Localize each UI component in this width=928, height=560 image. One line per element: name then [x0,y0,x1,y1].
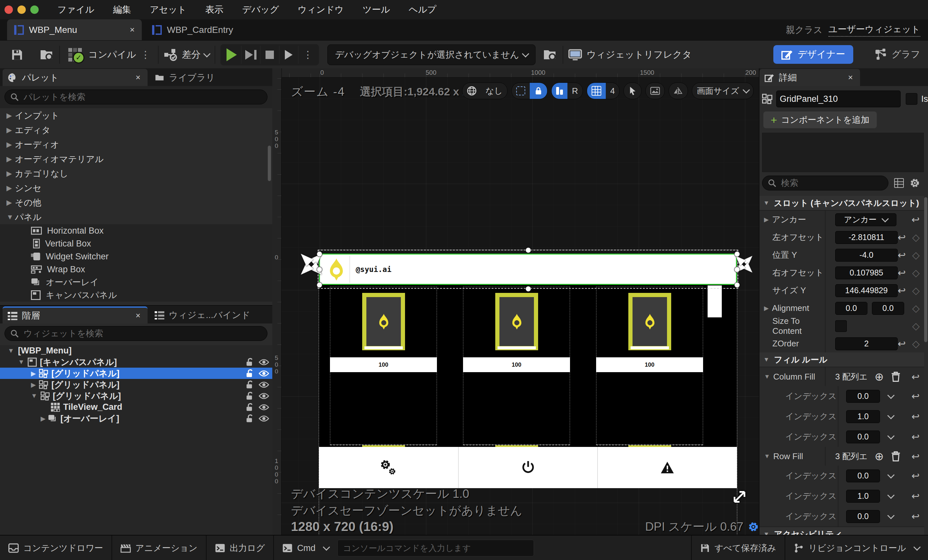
compile-icon[interactable]: ✓ [68,48,82,61]
alignment-y-input[interactable]: 0.0 [872,302,904,315]
designer-viewport[interactable]: 0 500 1000 1500 200 500 0 500 1000 ズーム -… [272,68,759,535]
resize-handle[interactable] [317,267,322,272]
bind-diamond-icon[interactable]: ◇ [912,285,920,296]
is-variable-checkbox[interactable] [906,93,917,105]
grid-snap-icon[interactable] [587,83,606,99]
lock-open-icon[interactable] [245,414,254,423]
zorder-input[interactable]: 2 [835,337,898,350]
menu-tools[interactable]: ツール [362,3,390,16]
palette-item-horizontal-box[interactable]: Horizontal Box [0,224,272,237]
flip-preview-button[interactable] [669,82,688,99]
palette-category-input[interactable]: ▶インプット [0,108,272,123]
lock-open-icon[interactable] [245,380,254,389]
content-drawer-button[interactable]: コンテンツドロワー [0,536,111,560]
settings-menu-button[interactable] [319,447,458,488]
bind-diamond-icon[interactable]: ◇ [912,338,920,349]
reset-icon[interactable]: ↩ [898,338,906,349]
add-element-icon[interactable]: ⊕ [875,450,884,463]
reset-icon[interactable]: ↩ [911,371,920,383]
display-filter-icon[interactable] [894,178,904,188]
palette-category-other[interactable]: ▶その他 [0,195,272,210]
close-window-button[interactable] [5,6,13,14]
cursor-tool-button[interactable] [624,82,641,99]
play-button[interactable] [222,46,241,64]
console-command-input[interactable] [337,540,534,557]
close-panel-icon[interactable]: × [136,311,140,320]
card-entry[interactable] [628,293,671,350]
index-value-input[interactable]: 0.0 [846,510,880,523]
menu-window[interactable]: ウィンドウ [298,3,344,16]
lock-open-icon[interactable] [245,358,254,367]
reset-icon[interactable]: ↩ [911,511,920,522]
tab-hierarchy[interactable]: 階層 × [3,307,148,323]
palette-item-widget-switcher[interactable]: Widget Switcher [0,250,272,263]
compile-options-icon[interactable]: ⋮ [140,49,150,60]
index-value-input[interactable]: 0.0 [846,470,880,482]
close-tab-icon[interactable]: × [130,25,135,35]
anchor-dropdown[interactable]: アンカー [835,213,896,226]
visibility-eye-icon[interactable] [259,392,269,400]
compile-button[interactable]: コンパイル [88,48,136,61]
lock-open-icon[interactable] [245,392,254,400]
index-value-input[interactable]: 1.0 [846,490,880,503]
card-entry[interactable] [362,293,405,350]
designer-mode-button[interactable]: デザイナー [773,45,853,64]
palette-category-uncategorized[interactable]: ▶カテゴリなし [0,166,272,181]
menu-asset[interactable]: アセット [150,3,187,16]
widget-reflector-button[interactable]: ウィジェットリフレクタ [586,48,691,61]
lock-open-icon[interactable] [245,403,254,412]
tree-node-overlay[interactable]: ▶ [オーバーレイ] [0,413,272,424]
reset-icon[interactable]: ↩ [898,285,906,296]
reset-icon[interactable]: ↩ [911,214,920,225]
details-scrollbar[interactable] [924,197,927,342]
bind-diamond-icon[interactable]: ◇ [912,302,920,314]
advance-button[interactable] [279,46,298,64]
details-search-input[interactable] [780,178,883,189]
grid-snap-size[interactable]: 4 [606,83,619,99]
index-value-input[interactable]: 1.0 [846,410,880,423]
offset-right-input[interactable]: 0.107985 [835,267,898,279]
tab-widget-bind[interactable]: ウィジェ...バインド [151,307,271,323]
chevron-down-icon[interactable] [203,50,211,57]
tree-node-grid-panel-2[interactable]: ▶ [グリッドパネル] [0,379,272,390]
chevron-down-icon[interactable] [887,392,895,399]
tree-node-grid-panel-3[interactable]: ▼ [グリッドパネル] [0,390,272,401]
tree-node-tileview-card[interactable]: TileView_Card [0,401,272,413]
bind-diamond-icon[interactable]: ◇ [912,232,920,243]
chevron-down-icon[interactable] [887,471,895,479]
menu-help[interactable]: ヘルプ [409,3,436,16]
localization-none-button[interactable]: なし [481,83,507,99]
trash-icon[interactable] [891,371,901,382]
parent-class-link[interactable]: ユーザーウィジェット [829,23,920,37]
reset-icon[interactable]: ↩ [911,470,920,481]
debug-object-dropdown[interactable]: デバッグオブジェクトが選択されていません [327,44,536,65]
resize-handle[interactable] [317,282,322,288]
tab-wbp-cardentry[interactable]: WBP_CardEntry [145,19,251,40]
output-log-button[interactable]: 出力ログ [206,536,273,560]
widget-outlines-icon[interactable] [552,83,568,99]
index-value-input[interactable]: 0.0 [846,430,880,443]
visibility-eye-icon[interactable] [259,381,269,388]
palette-scrollbar[interactable] [268,146,271,181]
offset-left-input[interactable]: -2.810811 [835,231,898,244]
cmd-dropdown[interactable]: Cmd [274,536,337,560]
visibility-eye-icon[interactable] [259,359,269,366]
reset-icon[interactable]: ↩ [911,411,920,422]
tree-node-canvas-panel[interactable]: ▼ [キャンバスパネル] [0,356,272,368]
revision-control-button[interactable]: リビジョンコントロール [785,536,928,560]
palette-item-overlay[interactable]: オーバーレイ [0,276,272,289]
slot-section-header[interactable]: ▼スロット (キャンバスパネルスロット) [760,196,924,211]
preview-background-button[interactable] [646,82,665,99]
tab-details[interactable]: 詳細 × [760,69,860,86]
reset-icon[interactable]: ↩ [898,232,906,243]
resize-handle[interactable] [525,247,531,253]
hierarchy-search-input[interactable] [23,328,251,339]
visibility-eye-icon[interactable] [259,404,269,411]
save-icon[interactable] [11,49,23,61]
marquee-select-icon[interactable] [512,83,530,99]
tab-library[interactable]: ライブラリ [151,69,271,86]
chevron-down-icon[interactable] [887,432,895,439]
add-component-button[interactable]: + コンポーネントを追加 [763,111,877,128]
palette-search-input[interactable] [23,92,251,102]
palette-category-synth[interactable]: ▶シンセ [0,181,272,195]
